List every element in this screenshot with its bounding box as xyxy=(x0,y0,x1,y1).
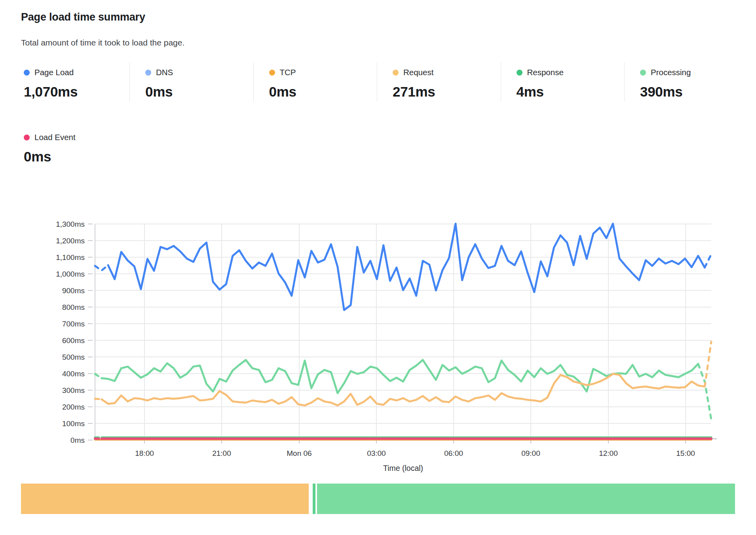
metric-value: 0ms xyxy=(269,84,377,100)
legend-metrics-row-2: Load Event 0ms xyxy=(21,127,76,166)
metric-label: Request xyxy=(403,68,433,77)
response-dot-icon xyxy=(517,70,522,76)
x-axis-tick-label: 18:00 xyxy=(135,449,154,457)
x-axis-tick-label: 15:00 xyxy=(676,449,695,457)
y-axis-tick-label: 1,200ms xyxy=(56,237,85,245)
x-axis-title: Time (local) xyxy=(383,464,423,472)
status-bar-segment-green-sliver[interactable] xyxy=(313,484,315,514)
x-axis-tick-label: Mon 06 xyxy=(287,449,312,457)
status-bar-segment-response-span[interactable] xyxy=(317,484,735,514)
legend-item-page-load[interactable]: Page Load 1,070ms xyxy=(21,63,129,101)
metric-label: DNS xyxy=(156,68,173,77)
metric-label: TCP xyxy=(280,68,296,77)
status-bar-segment-request-span[interactable] xyxy=(21,484,309,514)
metric-label: Load Event xyxy=(34,133,76,142)
y-axis-tick-label: 200ms xyxy=(62,403,85,411)
series-line-page-load xyxy=(95,265,108,270)
series-line-request xyxy=(705,341,711,386)
legend-item-processing[interactable]: Processing 390ms xyxy=(624,63,748,101)
y-axis-tick-label: 400ms xyxy=(62,370,85,378)
page-load-summary-panel: { "header": { "title": "Page load time s… xyxy=(0,0,756,535)
x-axis-tick-label: 12:00 xyxy=(599,449,618,457)
x-axis-tick-label: 03:00 xyxy=(367,449,386,457)
chart-canvas[interactable]: 0ms100ms200ms300ms400ms500ms600ms700ms80… xyxy=(21,178,735,479)
metric-value: 390ms xyxy=(640,84,748,100)
legend-item-load-event[interactable]: Load Event 0ms xyxy=(21,127,76,166)
load-event-dot-icon xyxy=(24,135,30,140)
x-axis-tick-label: 06:00 xyxy=(444,449,463,457)
y-axis-tick-label: 1,000ms xyxy=(56,270,85,278)
metric-value: 4ms xyxy=(517,84,625,100)
y-axis-tick-label: 1,300ms xyxy=(56,220,85,228)
y-axis-tick-label: 800ms xyxy=(62,303,85,311)
series-line-processing xyxy=(95,374,102,378)
timeline-status-bar[interactable] xyxy=(21,484,735,514)
y-axis-tick-label: 300ms xyxy=(62,386,85,395)
legend-item-response[interactable]: Response 4ms xyxy=(501,63,625,101)
status-bar-segment-gap xyxy=(309,484,313,514)
y-axis-tick-label: 500ms xyxy=(62,353,85,361)
page-load-dot-icon xyxy=(24,70,30,76)
y-axis-tick-label: 100ms xyxy=(62,419,85,428)
metric-label: Page Load xyxy=(34,68,74,77)
legend-item-request[interactable]: Request 271ms xyxy=(377,63,501,101)
metric-label: Response xyxy=(527,68,564,77)
metric-value: 0ms xyxy=(145,84,253,100)
load-time-chart[interactable]: 0ms100ms200ms300ms400ms500ms600ms700ms80… xyxy=(21,178,735,479)
legend-metrics-row: Page Load 1,070ms DNS 0ms TCP 0ms Reques… xyxy=(21,63,748,101)
y-axis-tick-label: 700ms xyxy=(62,320,85,328)
legend-item-dns[interactable]: DNS 0ms xyxy=(129,63,253,101)
page-subtitle: Total amount of time it took to load the… xyxy=(21,38,184,47)
x-axis-tick-label: 21:00 xyxy=(212,449,231,457)
series-line-request xyxy=(102,374,705,406)
dns-dot-icon xyxy=(145,70,151,76)
x-axis-tick-label: 09:00 xyxy=(521,449,540,457)
metric-value: 271ms xyxy=(393,84,501,100)
series-line-page-load xyxy=(705,254,711,268)
y-axis-tick-label: 600ms xyxy=(62,336,85,345)
legend-item-tcp[interactable]: TCP 0ms xyxy=(253,63,377,101)
y-axis-tick-label: 900ms xyxy=(62,286,85,295)
request-dot-icon xyxy=(393,70,399,76)
processing-dot-icon xyxy=(640,70,646,76)
series-line-processing xyxy=(698,364,711,420)
y-axis-tick-label: 0ms xyxy=(70,436,85,444)
metric-value: 1,070ms xyxy=(24,84,129,100)
series-line-page-load xyxy=(108,224,705,310)
y-axis-tick-label: 1,100ms xyxy=(56,253,85,262)
metric-value: 0ms xyxy=(24,149,76,165)
page-title: Page load time summary xyxy=(21,11,145,23)
series-page-load xyxy=(95,224,711,310)
metric-label: Processing xyxy=(651,68,691,77)
tcp-dot-icon xyxy=(269,70,275,76)
